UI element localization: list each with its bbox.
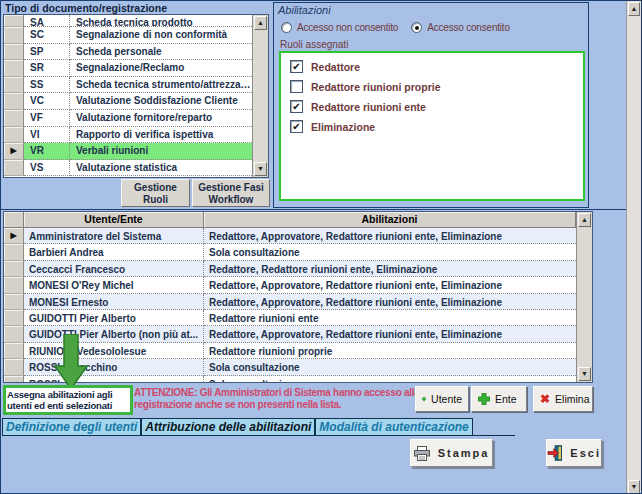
role-checkbox[interactable]: ✔ xyxy=(290,120,303,133)
doc-type-code: VC xyxy=(24,93,70,110)
doc-type-desc-text: Valutazione fornitore/reparto xyxy=(76,112,212,123)
row-marker xyxy=(4,44,24,61)
doc-type-code: SC xyxy=(24,27,70,44)
doc-type-row[interactable]: VIRapporto di verifica ispettiva xyxy=(4,127,252,144)
user-row[interactable]: Barbieri AndreaSola consultazione xyxy=(4,244,576,260)
user-name: GUIDOTTI Pier Alberto xyxy=(24,310,204,326)
scroll-down-icon[interactable]: ▼ xyxy=(628,480,640,494)
doc-type-desc: Rapporto di verifica ispettiva xyxy=(70,127,252,144)
doc-type-code-text: VS xyxy=(30,162,43,173)
esci-button-label: Esci xyxy=(570,447,601,459)
section-divider xyxy=(1,209,627,210)
user-row[interactable]: GUIDOTTI Pier AlbertoRedattore riunioni … xyxy=(4,310,576,326)
doc-type-row[interactable]: SRSegnalazione/Reclamo xyxy=(4,60,252,77)
gestione-ruoli-button[interactable]: Gestione Ruoli xyxy=(121,179,190,207)
user-row[interactable]: MONESI O'Rey MichelRedattore, Approvator… xyxy=(4,277,576,293)
assegna-abilitazioni-label: Assegna abilitazioni agli utenti ed enti… xyxy=(3,385,133,415)
doc-type-grid: SAScheda tecnica prodottoSCSegnalazione … xyxy=(3,14,269,178)
users-table-body: ▶Amministratore del SistemaRedattore, Ap… xyxy=(4,228,576,382)
role-checkbox[interactable]: ✔ xyxy=(290,60,303,73)
doc-type-row[interactable]: VFValutazione fornitore/reparto xyxy=(4,110,252,127)
tab-definizione-degli-utenti[interactable]: Definizione degli utenti xyxy=(2,418,141,436)
doc-type-group-label: Tipo di documento/registrazione xyxy=(5,2,167,14)
role-checkbox[interactable] xyxy=(290,80,303,93)
tab-modalit-di-autenticazione[interactable]: Modalità di autenticazione xyxy=(315,418,472,436)
gestione-fasi-workflow-button[interactable]: Gestione Fasi Workflow xyxy=(192,179,270,207)
doc-type-row[interactable]: ▶VRVerbali riunioni xyxy=(4,143,252,160)
users-table-header: Utente/Ente Abilitazioni xyxy=(4,212,576,228)
doc-type-desc: Scheda tecnica prodotto xyxy=(70,15,252,27)
users-table-scrollbar[interactable]: ▲ ▼ xyxy=(576,212,592,382)
user-row[interactable]: ROSSISola consultazione xyxy=(4,376,576,383)
doc-type-list-body: SAScheda tecnica prodottoSCSegnalazione … xyxy=(4,15,252,177)
user-name: Ceccacci Francesco xyxy=(24,261,204,277)
user-row[interactable]: GUIDOTTI Pier Alberto (non più at...Reda… xyxy=(4,326,576,342)
doc-type-row[interactable]: VSValutazione statistica xyxy=(4,160,252,177)
doc-type-code: SP xyxy=(24,44,70,61)
user-row[interactable]: RIUNIONI VedesololesueRedattore riunioni… xyxy=(4,343,576,359)
tab-attribuzione-delle-abilitazioni[interactable]: Attribuzione delle abilitazioni xyxy=(141,418,315,436)
doc-type-row[interactable]: SCSegnalazione di non conformità xyxy=(4,27,252,44)
doc-type-code-text: VC xyxy=(30,95,44,106)
user-abilitazioni: Sola consultazione xyxy=(204,376,576,383)
green-pointer-arrow-icon xyxy=(54,334,88,390)
current-row-pointer-icon: ▶ xyxy=(4,143,24,160)
doc-type-desc: Scheda tecnica strumento/attrezzat... xyxy=(70,77,252,94)
user-row[interactable]: Ceccacci FrancescoRedattore, Redattore r… xyxy=(4,261,576,277)
scroll-up-icon[interactable]: ▲ xyxy=(628,2,640,16)
doc-type-row[interactable]: VCValutazione Soddisfazione Cliente xyxy=(4,93,252,110)
ente-button-label: Ente xyxy=(495,393,517,405)
row-marker xyxy=(4,326,24,342)
doc-type-code-text: SA xyxy=(30,17,44,27)
scroll-up-icon[interactable]: ▲ xyxy=(254,16,267,30)
doc-type-code: VI xyxy=(24,127,70,144)
doc-type-code-text: SC xyxy=(30,29,44,40)
doc-type-row[interactable]: SAScheda tecnica prodotto xyxy=(4,15,252,27)
user-abilitazioni: Redattore, Approvatore, Redattore riunio… xyxy=(204,228,576,244)
doc-type-desc-text: Scheda personale xyxy=(76,46,162,57)
row-marker xyxy=(4,261,24,277)
user-row[interactable]: MONESI ErnestoRedattore, Approvatore, Re… xyxy=(4,294,576,310)
esci-button[interactable]: Esci xyxy=(546,439,602,467)
doc-type-desc-text: Valutazione Soddisfazione Cliente xyxy=(76,95,238,106)
header-abilitazioni-column: Abilitazioni xyxy=(204,212,576,228)
doc-type-row[interactable]: SSScheda tecnica strumento/attrezzat... xyxy=(4,77,252,94)
tab-strip-baseline xyxy=(473,418,515,436)
doc-type-code-text: SS xyxy=(30,79,43,90)
window-scrollbar[interactable]: ▲ ▼ xyxy=(626,1,641,494)
scroll-up-icon[interactable]: ▲ xyxy=(578,213,591,227)
user-name: Barbieri Andrea xyxy=(24,244,204,260)
role-checkbox[interactable]: ✔ xyxy=(290,100,303,113)
role-row: ✔Redattore riunioni ente xyxy=(290,100,583,113)
row-marker xyxy=(4,15,24,27)
access-allowed-radio[interactable] xyxy=(411,22,422,33)
stampa-button[interactable]: Stampa xyxy=(410,439,493,467)
doc-grid-scrollbar[interactable]: ▲ ▼ xyxy=(252,15,268,177)
row-marker xyxy=(4,160,24,177)
doc-type-row[interactable]: SPScheda personale xyxy=(4,44,252,61)
doc-type-desc-text: Verbali riunioni xyxy=(76,145,148,156)
add-utente-button[interactable]: Utente xyxy=(415,386,469,412)
row-marker xyxy=(4,277,24,293)
access-denied-radio[interactable] xyxy=(281,22,292,33)
scroll-down-icon[interactable]: ▼ xyxy=(254,162,267,176)
row-marker xyxy=(4,376,24,383)
add-ente-button[interactable]: Ente xyxy=(471,386,527,412)
elimina-button[interactable]: ✖ Elimina xyxy=(533,386,593,412)
row-marker xyxy=(4,110,24,127)
role-row: ✔Eliminazione xyxy=(290,120,583,133)
user-row[interactable]: ▶Amministratore del SistemaRedattore, Ap… xyxy=(4,228,576,244)
row-marker xyxy=(4,27,24,44)
doc-type-desc-text: Scheda tecnica strumento/attrezzat... xyxy=(76,79,252,90)
doc-type-code: VR xyxy=(24,143,70,160)
user-abilitazioni: Redattore, Approvatore, Redattore riunio… xyxy=(204,277,576,293)
user-name: ROSSI Gioacchino xyxy=(24,359,204,375)
add-plus-icon xyxy=(478,393,490,405)
user-name: GUIDOTTI Pier Alberto (non più at... xyxy=(24,326,204,342)
user-abilitazioni: Redattore riunioni proprie xyxy=(204,343,576,359)
scroll-down-icon[interactable]: ▼ xyxy=(578,367,591,381)
user-row[interactable]: ROSSI GioacchinoSola consultazione xyxy=(4,359,576,375)
row-marker xyxy=(4,359,24,375)
user-abilitazioni: Redattore riunioni ente xyxy=(204,310,576,326)
user-name: Amministratore del Sistema xyxy=(24,228,204,244)
